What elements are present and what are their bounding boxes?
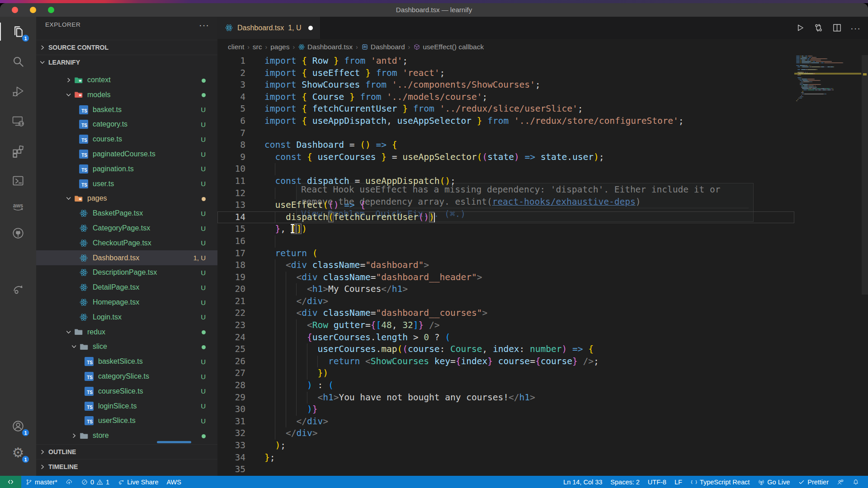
- code-line-11[interactable]: 11 const dispatch = useAppDispatch();: [217, 175, 794, 188]
- tree-horizontal-scrollbar[interactable]: [157, 441, 191, 443]
- status-aws[interactable]: AWS: [162, 476, 185, 488]
- code-line-20[interactable]: 20 <h1>My Courses</h1>: [217, 283, 794, 296]
- code-line-21[interactable]: 21 </div>: [217, 296, 794, 308]
- code-line-25[interactable]: 25 userCourses.map((course: Course, inde…: [217, 343, 794, 356]
- section-outline[interactable]: OUTLINE: [36, 444, 217, 459]
- tree-item-DescriptionPage-tsx[interactable]: DescriptionPage.tsxU: [36, 265, 217, 280]
- tree-item-Homepage-tsx[interactable]: Homepage.tsxU: [36, 295, 217, 310]
- code-line-34[interactable]: 34};: [217, 452, 794, 464]
- tree-item-userSlice-ts[interactable]: TSuserSlice.tsU: [36, 413, 217, 428]
- code-line-23[interactable]: 23 <Row gutter={[48, 32]} />: [217, 319, 794, 332]
- tree-item-basketSlice-ts[interactable]: TSbasketSlice.tsU: [36, 354, 217, 369]
- code-line-32[interactable]: 32 </div>: [217, 427, 794, 440]
- editor-more-actions-icon[interactable]: ···: [850, 26, 861, 30]
- tree-item-user-ts[interactable]: TSuser.tsU: [36, 176, 217, 191]
- section-workspace-root[interactable]: LEARNIFY: [36, 55, 217, 70]
- activity-item-explorer[interactable]: 1: [0, 21, 36, 42]
- breadcrumb-item[interactable]: Dashboard: [361, 43, 405, 51]
- tree-item-models[interactable]: models: [36, 87, 217, 102]
- activity-item-run-debug[interactable]: [0, 80, 36, 102]
- unsaved-dot-icon[interactable]: [308, 26, 313, 30]
- status-live-share[interactable]: Live Share: [113, 476, 162, 488]
- tree-item-categorySlice-ts[interactable]: TScategorySlice.tsU: [36, 369, 217, 384]
- tree-item-BasketPage-tsx[interactable]: BasketPage.tsxU: [36, 206, 217, 221]
- activity-item-terminal-shell[interactable]: [0, 170, 36, 192]
- code-line-22[interactable]: 22 <div className="dashboard__courses">: [217, 307, 794, 319]
- code-line-5[interactable]: 5import { fetchCurrentUser } from '../re…: [217, 103, 794, 115]
- code-line-33[interactable]: 33 );: [217, 440, 794, 452]
- status-eol[interactable]: LF: [670, 476, 686, 488]
- tree-item-CheckoutPage-tsx[interactable]: CheckoutPage.tsxU: [36, 235, 217, 250]
- tree-item-CategoryPage-tsx[interactable]: CategoryPage.tsxU: [36, 221, 217, 236]
- status-sync[interactable]: [61, 476, 77, 488]
- code-line-10[interactable]: 10: [217, 163, 794, 175]
- tree-item-context[interactable]: context: [36, 73, 217, 88]
- status-feedback[interactable]: [833, 476, 848, 488]
- tree-item-Login-tsx[interactable]: Login.tsxU: [36, 310, 217, 324]
- tree-item-category-ts[interactable]: TScategory.tsU: [36, 117, 217, 132]
- tree-item-pages[interactable]: pages: [36, 191, 217, 206]
- breadcrumb-item[interactable]: useEffect() callback: [413, 43, 484, 51]
- activity-item-extensions[interactable]: [0, 140, 36, 162]
- activity-item-accounts[interactable]: 1: [0, 415, 36, 437]
- code-line-13[interactable]: 13 useEffect(() => {: [217, 199, 794, 211]
- breadcrumb-item[interactable]: Dashboard.tsx: [298, 43, 353, 51]
- tree-item-pagination-ts[interactable]: TSpagination.tsU: [36, 161, 217, 176]
- status-branch[interactable]: master*: [21, 476, 61, 488]
- code-line-7[interactable]: 7: [217, 127, 794, 140]
- code-line-4[interactable]: 4import { Course } from '../models/cours…: [217, 91, 794, 103]
- code-line-9[interactable]: 9 const { userCourses } = useAppSelector…: [217, 151, 794, 164]
- code-line-29[interactable]: 29 <h1>You have not bought any courses!<…: [217, 392, 794, 404]
- status-notifications[interactable]: [848, 476, 863, 488]
- tree-item-Dashboard-tsx[interactable]: Dashboard.tsx1, U: [36, 250, 217, 265]
- tree-item-basket-ts[interactable]: TSbasket.tsU: [36, 102, 217, 117]
- code-line-17[interactable]: 17 return (: [217, 248, 794, 260]
- status-remote-indicator[interactable]: [0, 476, 21, 488]
- code-line-15[interactable]: 15 }, []): [217, 223, 794, 235]
- code-viewport[interactable]: React Hook useEffect has a missing depen…: [217, 55, 868, 476]
- split-editor-button[interactable]: [832, 23, 842, 33]
- code-line-19[interactable]: 19 <div className="dashboard__header">: [217, 272, 794, 284]
- activity-item-settings[interactable]: ⚙1: [0, 442, 36, 464]
- activity-item-aws[interactable]: aws: [0, 196, 36, 218]
- code-line-28[interactable]: 28 ) : (: [217, 380, 794, 392]
- code-line-24[interactable]: 24 {userCourses.length > 0 ? (: [217, 332, 794, 344]
- tree-item-course-ts[interactable]: TScourse.tsU: [36, 132, 217, 147]
- tree-item-paginatedCourse-ts[interactable]: TSpaginatedCourse.tsU: [36, 147, 217, 162]
- activity-item-github[interactable]: [0, 222, 36, 244]
- code-line-14[interactable]: 14 dispatch(fetchCurrentUser()): [217, 211, 794, 224]
- breadcrumb-item[interactable]: pages: [270, 43, 289, 51]
- tree-item-loginSlice-ts[interactable]: TSloginSlice.tsU: [36, 399, 217, 413]
- code-line-8[interactable]: 8const Dashboard = () => {: [217, 139, 794, 151]
- code-line-31[interactable]: 31 </div>: [217, 416, 794, 428]
- activity-item-search[interactable]: [0, 51, 36, 72]
- code-line-27[interactable]: 27 }): [217, 367, 794, 380]
- code-line-2[interactable]: 2import { useEffect } from 'react';: [217, 67, 794, 80]
- status-language[interactable]: { }TypeScript React: [686, 476, 754, 488]
- breadcrumb-item[interactable]: src: [253, 43, 262, 51]
- tab-dashboard-tsx[interactable]: Dashboard.tsx 1, U: [217, 17, 321, 39]
- code-line-16[interactable]: 16: [217, 235, 794, 248]
- code-line-12[interactable]: 12: [217, 188, 794, 200]
- explorer-more-actions-icon[interactable]: ···: [199, 23, 209, 27]
- tree-item-DetailPage-tsx[interactable]: DetailPage.tsxU: [36, 280, 217, 295]
- status-cursor-position[interactable]: Ln 14, Col 33: [559, 476, 606, 488]
- code-line-6[interactable]: 6import { useAppDispatch, useAppSelector…: [217, 115, 794, 127]
- close-window-button[interactable]: [12, 7, 18, 13]
- run-file-button[interactable]: [795, 23, 805, 33]
- breadcrumb-item[interactable]: client: [228, 43, 244, 51]
- status-go-live[interactable]: Go Live: [754, 476, 794, 488]
- status-problems[interactable]: 01: [77, 476, 113, 488]
- code-line-26[interactable]: 26 return <ShowCourses key={index} cours…: [217, 356, 794, 368]
- maximize-window-button[interactable]: [48, 7, 54, 13]
- titlebar[interactable]: Dashboard.tsx — learnify: [0, 3, 868, 17]
- activity-item-live-share[interactable]: [0, 278, 36, 300]
- activity-item-remote-explorer[interactable]: [0, 110, 36, 132]
- status-encoding[interactable]: UTF-8: [644, 476, 670, 488]
- tree-item-slice[interactable]: slice: [36, 339, 217, 354]
- tree-item-redux[interactable]: redux: [36, 324, 217, 339]
- code-line-3[interactable]: 3import ShowCourses from '../components/…: [217, 79, 794, 91]
- minimize-window-button[interactable]: [30, 7, 36, 13]
- tree-item-courseSlice-ts[interactable]: TScourseSlice.tsU: [36, 384, 217, 399]
- code-line-18[interactable]: 18 <div className="dashboard">: [217, 259, 794, 272]
